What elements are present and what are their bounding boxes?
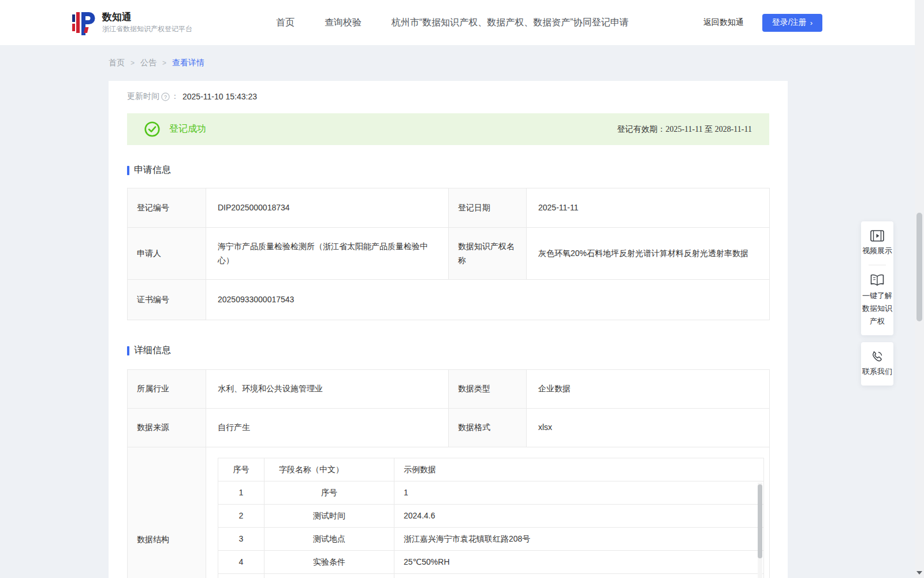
validity-period: 登记有效期：2025-11-11 至 2028-11-11: [617, 124, 752, 135]
field-label: 申请人: [128, 228, 206, 280]
field-label: 数据知识产权名称: [449, 228, 527, 280]
section-bar-icon: [127, 346, 129, 355]
field-value: DIP2025000018734: [206, 188, 449, 228]
nav-item-query-verify[interactable]: 查询校验: [325, 17, 362, 29]
table-cell: 4: [218, 551, 264, 574]
breadcrumb-home[interactable]: 首页: [109, 58, 125, 68]
table-cell: 2: [218, 505, 264, 528]
table-cell: 测试地点: [264, 528, 394, 551]
field-label: 数据来源: [128, 409, 206, 447]
breadcrumb-separator-icon: >: [162, 59, 166, 67]
video-demo-label: 视频展示: [862, 244, 892, 257]
page: { "colors": { "accent_blue": "#3d6cf2", …: [0, 0, 924, 578]
brand-name: 数知通: [102, 11, 192, 24]
field-value: 20250933000017543: [206, 280, 770, 320]
breadcrumb-announcement[interactable]: 公告: [140, 58, 157, 68]
contact-panel: 联系我们: [861, 342, 893, 386]
breadcrumb-current: 查看详情: [172, 58, 204, 68]
breadcrumb-separator-icon: >: [131, 59, 135, 67]
inner-scrollbar-track[interactable]: [758, 483, 762, 578]
scrollbar-down-arrow-icon[interactable]: [916, 569, 923, 576]
brand-logo-icon: [72, 10, 96, 35]
contact-us-item[interactable]: 联系我们: [862, 350, 892, 378]
brand-subtitle: 浙江省数据知识产权登记平台: [102, 24, 192, 34]
login-register-button[interactable]: 登录/注册 ›: [762, 14, 822, 32]
table-cell: [264, 574, 394, 578]
field-value: 企业数据: [527, 370, 770, 409]
brand-text: 数知通 浙江省数据知识产权登记平台: [102, 11, 192, 34]
detail-info-title: 详细信息: [134, 344, 171, 357]
field-label: 登记日期: [449, 188, 527, 228]
chevron-right-icon: ›: [810, 19, 813, 27]
breadcrumb: 首页 > 公告 > 查看详情: [109, 58, 924, 68]
table-cell: 实验条件: [264, 551, 394, 574]
data-structure-cell: 序号 字段名称（中文） 示例数据 1 序号 1 2 测试时间 2024.4.6 …: [206, 447, 770, 578]
brand-logo[interactable]: 数知通 浙江省数据知识产权登记平台: [72, 10, 192, 35]
status-text: 登记成功: [169, 123, 206, 135]
validity-value: 2025-11-11 至 2028-11-11: [665, 125, 752, 134]
field-label: 证书编号: [128, 280, 206, 320]
status-banner: 登记成功 登记有效期：2025-11-11 至 2028-11-11: [127, 113, 769, 145]
table-cell: 2024.4.6: [394, 505, 764, 528]
status-left: 登记成功: [144, 121, 206, 137]
field-value: xlsx: [527, 409, 770, 447]
one-click-guide-item[interactable]: 一键了解数据知识产权: [862, 273, 892, 328]
svg-text:?: ?: [164, 94, 167, 99]
video-demo-item[interactable]: 视频展示: [862, 229, 892, 257]
divider: [869, 265, 886, 265]
header-right: 返回数知通 登录/注册 ›: [703, 14, 822, 32]
one-click-guide-label: 一键了解数据知识产权: [862, 290, 892, 328]
validity-label: 登记有效期：: [617, 124, 665, 134]
field-label: 数据类型: [449, 370, 527, 409]
field-value: 水利、环境和公共设施管理业: [206, 370, 449, 409]
video-icon: [862, 229, 892, 243]
main-nav: 首页 查询校验 杭州市“数据知识产权、数据产权、数据资产”协同登记申请: [276, 17, 629, 29]
table-cell: 测试时间: [264, 505, 394, 528]
table-cell: 1: [218, 481, 264, 505]
table-cell: 1: [394, 481, 764, 505]
floating-panel: 视频展示 一键了解数据知识产权: [861, 221, 893, 335]
field-value: 2025-11-11: [527, 188, 770, 228]
update-time-label: 更新时间: [127, 91, 159, 102]
apply-info-table: 登记编号 DIP2025000018734 登记日期 2025-11-11 申请…: [127, 188, 770, 320]
field-label: 数据格式: [449, 409, 527, 447]
help-question-icon[interactable]: ?: [161, 92, 170, 101]
field-label: 数据结构: [128, 447, 206, 578]
table-cell: 3: [218, 528, 264, 551]
nav-item-hangzhou-registration[interactable]: 杭州市“数据知识产权、数据产权、数据资产”协同登记申请: [392, 17, 629, 29]
app-header: 数知通 浙江省数据知识产权登记平台 首页 查询校验 杭州市“数据知识产权、数据产…: [0, 0, 924, 45]
success-check-icon: [144, 121, 160, 137]
section-bar-icon: [127, 166, 129, 175]
inner-scrollbar-thumb[interactable]: [758, 484, 762, 558]
data-structure-table: 序号 字段名称（中文） 示例数据 1 序号 1 2 测试时间 2024.4.6 …: [218, 458, 764, 578]
book-icon: [862, 273, 892, 288]
table-cell: 序号: [264, 481, 394, 505]
table-cell: [394, 574, 764, 578]
login-register-label: 登录/注册: [772, 17, 807, 28]
window-scrollbar-track[interactable]: [915, 0, 924, 578]
field-value: 自行产生: [206, 409, 449, 447]
detail-info-section-title: 详细信息: [127, 344, 769, 357]
update-time-value: 2025-11-10 15:43:23: [182, 92, 257, 101]
column-header: 示例数据: [394, 458, 764, 481]
column-header: 序号: [218, 458, 264, 481]
nav-item-home[interactable]: 首页: [276, 17, 295, 29]
detail-card: 更新时间 ? ： 2025-11-10 15:43:23 登记成功 登记有效期：…: [109, 81, 788, 578]
field-value: 灰色环氧20%石料地坪反射光谱计算材料反射光透射率数据: [527, 228, 770, 280]
field-value: 海宁市产品质量检验检测所（浙江省太阳能产品质量检验中心）: [206, 228, 449, 280]
window-scrollbar-thumb[interactable]: [916, 213, 922, 321]
update-time-row: 更新时间 ? ： 2025-11-10 15:43:23: [127, 90, 769, 103]
apply-info-title: 申请信息: [134, 164, 171, 176]
detail-info-table: 所属行业 水利、环境和公共设施管理业 数据类型 企业数据 数据来源 自行产生 数…: [127, 369, 770, 578]
column-header: 字段名称（中文）: [264, 458, 394, 481]
field-label: 所属行业: [128, 370, 206, 409]
table-cell: 浙江嘉兴海宁市袁花镇联红路208号: [394, 528, 764, 551]
phone-icon: [862, 350, 892, 364]
table-cell: [218, 574, 264, 578]
apply-info-section-title: 申请信息: [127, 164, 769, 176]
update-time-colon: ：: [171, 91, 179, 102]
table-cell: 25℃50%RH: [394, 551, 764, 574]
contact-us-label: 联系我们: [862, 365, 892, 378]
back-to-shuzhitong-link[interactable]: 返回数知通: [703, 17, 744, 28]
field-label: 登记编号: [128, 188, 206, 228]
